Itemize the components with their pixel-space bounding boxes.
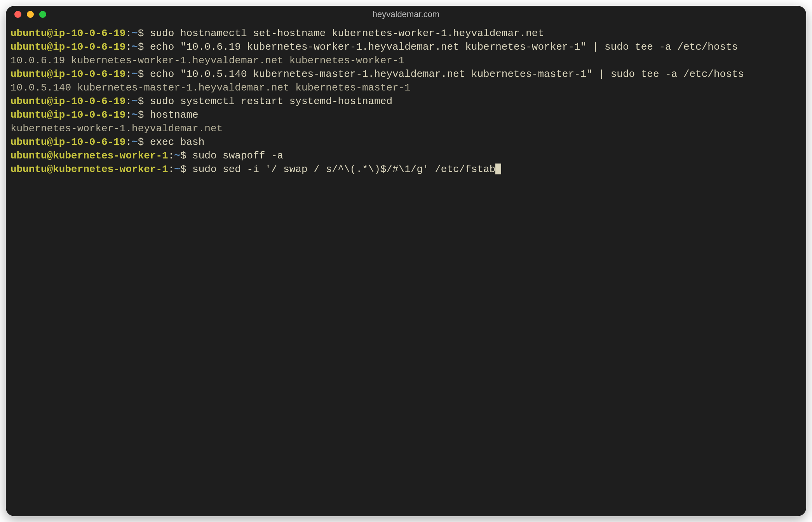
- maximize-icon[interactable]: [39, 11, 46, 18]
- prompt-symbol: $: [138, 109, 150, 121]
- prompt-sep: :: [125, 109, 132, 121]
- command-text: hostname: [150, 109, 199, 121]
- prompt-sep: :: [125, 41, 132, 53]
- command-text: sudo systemctl restart systemd-hostnamed: [150, 96, 392, 107]
- command-text: exec bash: [150, 136, 204, 148]
- command-text: sudo swapoff -a: [192, 150, 283, 162]
- prompt-sep: :: [168, 164, 174, 175]
- prompt-user: ubuntu@ip-10-0-6-19: [10, 41, 125, 53]
- prompt-symbol: $: [180, 150, 192, 162]
- prompt-sep: :: [125, 96, 132, 107]
- command-text: echo "10.0.6.19 kubernetes-worker-1.heyv…: [150, 41, 738, 53]
- output-text: 10.0.6.19 kubernetes-worker-1.heyvaldema…: [10, 55, 404, 66]
- prompt-path: ~: [174, 164, 180, 175]
- prompt-user: ubuntu@ip-10-0-6-19: [10, 96, 125, 107]
- command-text: echo "10.0.5.140 kubernetes-master-1.hey…: [150, 68, 744, 80]
- prompt-symbol: $: [138, 68, 150, 80]
- window-title: heyvaldemar.com: [6, 9, 806, 19]
- prompt-user: ubuntu@ip-10-0-6-19: [10, 136, 125, 148]
- minimize-icon[interactable]: [27, 11, 34, 18]
- output-text: 10.0.5.140 kubernetes-master-1.heyvaldem…: [10, 82, 411, 94]
- prompt-path: ~: [132, 68, 138, 80]
- prompt-path: ~: [132, 109, 138, 121]
- close-icon[interactable]: [14, 11, 21, 18]
- cursor-icon: [495, 164, 501, 174]
- prompt-path: ~: [132, 41, 138, 53]
- titlebar: heyvaldemar.com: [6, 6, 806, 23]
- prompt-symbol: $: [138, 96, 150, 107]
- prompt-symbol: $: [138, 28, 150, 39]
- prompt-user: ubuntu@ip-10-0-6-19: [10, 109, 125, 121]
- prompt-symbol: $: [180, 164, 192, 175]
- prompt-path: ~: [174, 150, 180, 162]
- prompt-sep: :: [168, 150, 174, 162]
- prompt-path: ~: [132, 28, 138, 39]
- prompt-user: ubuntu@ip-10-0-6-19: [10, 68, 125, 80]
- prompt-sep: :: [125, 136, 132, 148]
- prompt-user: ubuntu@ip-10-0-6-19: [10, 28, 125, 39]
- prompt-user: ubuntu@kubernetes-worker-1: [10, 164, 168, 175]
- terminal-window: heyvaldemar.com ubuntu@ip-10-0-6-19:~$ s…: [6, 6, 806, 516]
- command-text: sudo sed -i '/ swap / s/^\(.*\)$/#\1/g' …: [192, 164, 495, 175]
- prompt-sep: :: [125, 68, 132, 80]
- prompt-symbol: $: [138, 136, 150, 148]
- terminal-body[interactable]: ubuntu@ip-10-0-6-19:~$ sudo hostnamectl …: [6, 23, 806, 516]
- prompt-symbol: $: [138, 41, 150, 53]
- prompt-path: ~: [132, 136, 138, 148]
- command-text: sudo hostnamectl set-hostname kubernetes…: [150, 28, 544, 39]
- prompt-sep: :: [125, 28, 132, 39]
- output-text: kubernetes-worker-1.heyvaldemar.net: [10, 123, 223, 134]
- prompt-user: ubuntu@kubernetes-worker-1: [10, 150, 168, 162]
- prompt-path: ~: [132, 96, 138, 107]
- traffic-lights: [6, 11, 46, 18]
